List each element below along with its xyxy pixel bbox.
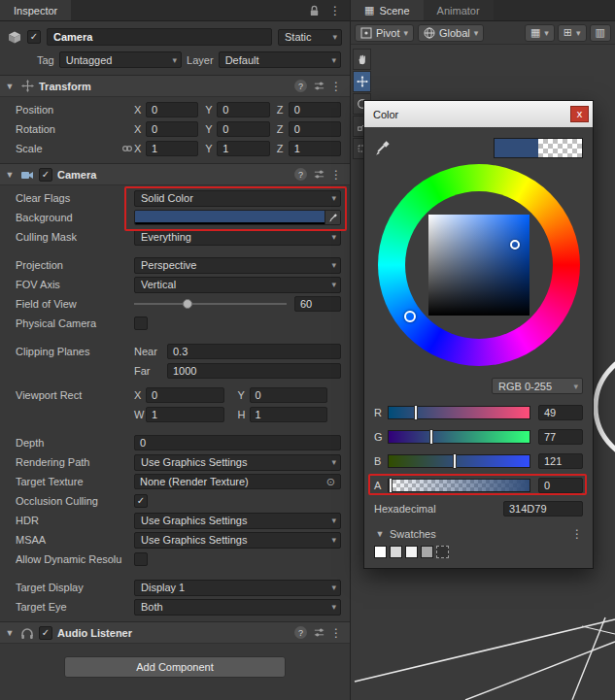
background-color-field[interactable] <box>134 210 341 225</box>
scale-z-field[interactable]: 1 <box>289 141 341 156</box>
foldout-arrow-icon[interactable]: ▼ <box>4 82 16 91</box>
audio-listener-enabled-checkbox[interactable]: ✓ <box>39 626 52 640</box>
swatch[interactable] <box>405 546 418 558</box>
swatches-header[interactable]: ▼ Swatches ⋮ <box>374 528 583 540</box>
green-value-field[interactable]: 77 <box>538 429 583 445</box>
field-of-view-value-field[interactable]: 60 <box>294 296 341 312</box>
pivot-dropdown[interactable]: Pivot ▾ <box>355 24 414 42</box>
transform-header[interactable]: ▼ Transform ? ⋮ <box>0 75 350 97</box>
saturation-value-box[interactable] <box>428 215 530 316</box>
help-icon[interactable]: ? <box>294 168 307 181</box>
menu-dots-icon[interactable]: ⋮ <box>330 81 342 92</box>
alpha-value-field[interactable]: 0 <box>538 478 583 493</box>
clear-flags-dropdown[interactable]: Solid Color▾ <box>134 190 341 207</box>
color-wheel[interactable] <box>378 164 580 366</box>
target-display-dropdown[interactable]: Display 1▾ <box>134 580 341 596</box>
scale-x-field[interactable]: 1 <box>146 141 198 156</box>
menu-dots-icon[interactable]: ⋮ <box>330 627 342 639</box>
global-dropdown[interactable]: Global ▾ <box>418 24 484 42</box>
near-field[interactable]: 0.3 <box>167 344 341 359</box>
viewport-x-field[interactable]: 0 <box>146 387 224 403</box>
depth-field[interactable]: 0 <box>134 435 341 450</box>
scale-y-field[interactable]: 1 <box>217 141 269 156</box>
foldout-arrow-icon[interactable]: ▼ <box>4 628 16 638</box>
link-scale-icon[interactable] <box>120 143 134 154</box>
physical-camera-checkbox[interactable] <box>134 317 148 330</box>
tab-scene[interactable]: ▦ Scene <box>351 0 424 20</box>
hexadecimal-field[interactable]: 314D79 <box>503 501 583 517</box>
position-x-field[interactable]: 0 <box>146 102 198 117</box>
presets-icon[interactable] <box>312 626 325 640</box>
layer-dropdown[interactable]: Default ▾ <box>219 51 341 68</box>
snap-increment-dropdown[interactable]: ⊞▾ <box>558 24 587 42</box>
slider-thumb[interactable] <box>389 478 393 493</box>
red-value-field[interactable]: 49 <box>538 405 583 420</box>
menu-dots-icon[interactable]: ⋮ <box>329 5 341 17</box>
field-of-view-slider[interactable] <box>134 296 287 312</box>
slider-thumb[interactable] <box>429 429 433 445</box>
position-z-field[interactable]: 0 <box>289 102 341 117</box>
add-component-button[interactable]: Add Component <box>64 656 286 678</box>
alpha-channel-slider[interactable] <box>388 479 530 492</box>
slider-thumb[interactable] <box>453 453 457 469</box>
rendering-path-dropdown[interactable]: Use Graphics Settings▾ <box>134 454 341 471</box>
viewport-y-field[interactable]: 0 <box>250 387 328 403</box>
hand-tool-button[interactable] <box>353 49 371 70</box>
help-icon[interactable]: ? <box>294 626 307 639</box>
green-channel-slider[interactable] <box>388 430 530 444</box>
foldout-arrow-icon[interactable]: ▼ <box>374 529 386 539</box>
object-picker-icon[interactable]: ⊙ <box>326 476 335 488</box>
projection-dropdown[interactable]: Perspective▾ <box>134 257 341 274</box>
tab-inspector[interactable]: Inspector <box>0 0 71 20</box>
color-window-titlebar[interactable]: Color x <box>364 101 593 127</box>
tab-animator[interactable]: Animator <box>424 0 494 20</box>
menu-dots-icon[interactable]: ⋮ <box>571 528 583 540</box>
red-channel-slider[interactable] <box>388 406 530 419</box>
hdr-dropdown[interactable]: Use Graphics Settings▾ <box>134 513 341 529</box>
fov-axis-dropdown[interactable]: Vertical▾ <box>134 277 341 293</box>
viewport-w-field[interactable]: 1 <box>146 407 224 422</box>
cube-icon[interactable] <box>8 30 21 44</box>
gameobject-name-field[interactable]: Camera <box>47 28 272 46</box>
move-tool-button[interactable] <box>353 71 371 92</box>
help-icon[interactable]: ? <box>294 80 307 92</box>
eyedropper-icon[interactable] <box>374 139 392 156</box>
occlusion-culling-checkbox[interactable]: ✓ <box>134 494 148 508</box>
add-swatch-button[interactable] <box>436 546 449 558</box>
target-texture-field[interactable]: None (Render Texture)⊙ <box>134 474 341 489</box>
rotation-x-field[interactable]: 0 <box>146 121 198 137</box>
static-dropdown[interactable]: Static ▾ <box>278 29 342 46</box>
presets-icon[interactable] <box>312 80 325 93</box>
menu-dots-icon[interactable]: ⋮ <box>330 169 342 181</box>
msaa-dropdown[interactable]: Use Graphics Settings▾ <box>134 532 341 549</box>
camera-enabled-checkbox[interactable]: ✓ <box>39 168 52 182</box>
saturation-value-indicator[interactable] <box>510 240 520 250</box>
presets-icon[interactable] <box>312 168 325 182</box>
gameobject-active-checkbox[interactable]: ✓ <box>27 30 41 44</box>
target-eye-dropdown[interactable]: Both▾ <box>134 599 341 616</box>
rotation-y-field[interactable]: 0 <box>217 121 269 137</box>
camera-component-header[interactable]: ▼ ✓ Camera ? ⋮ <box>0 163 350 185</box>
slider-knob[interactable] <box>183 299 192 309</box>
color-mode-dropdown[interactable]: RGB 0-255 ▾ <box>492 378 583 394</box>
allow-dynamic-resolution-checkbox[interactable] <box>134 552 148 566</box>
eyedropper-icon[interactable] <box>325 211 340 224</box>
position-y-field[interactable]: 0 <box>217 102 269 117</box>
close-icon[interactable]: x <box>570 106 589 122</box>
viewport-h-field[interactable]: 1 <box>250 407 328 422</box>
slider-thumb[interactable] <box>414 405 418 420</box>
audio-listener-header[interactable]: ▼ ✓ Audio Listener ? ⋮ <box>0 621 350 644</box>
grid-snap-dropdown[interactable]: ▦▾ <box>525 24 555 42</box>
tag-dropdown[interactable]: Untagged ▾ <box>59 51 182 68</box>
blue-channel-slider[interactable] <box>388 454 530 468</box>
culling-mask-dropdown[interactable]: Everything▾ <box>134 229 341 246</box>
far-field[interactable]: 1000 <box>167 363 341 379</box>
swatch[interactable] <box>421 546 433 558</box>
view-options-button[interactable]: ▥ <box>590 24 611 42</box>
swatch[interactable] <box>374 546 387 558</box>
swatch[interactable] <box>390 546 402 558</box>
blue-value-field[interactable]: 121 <box>538 453 583 469</box>
hue-indicator[interactable] <box>404 311 416 322</box>
foldout-arrow-icon[interactable]: ▼ <box>4 170 16 180</box>
lock-icon[interactable] <box>307 4 321 17</box>
